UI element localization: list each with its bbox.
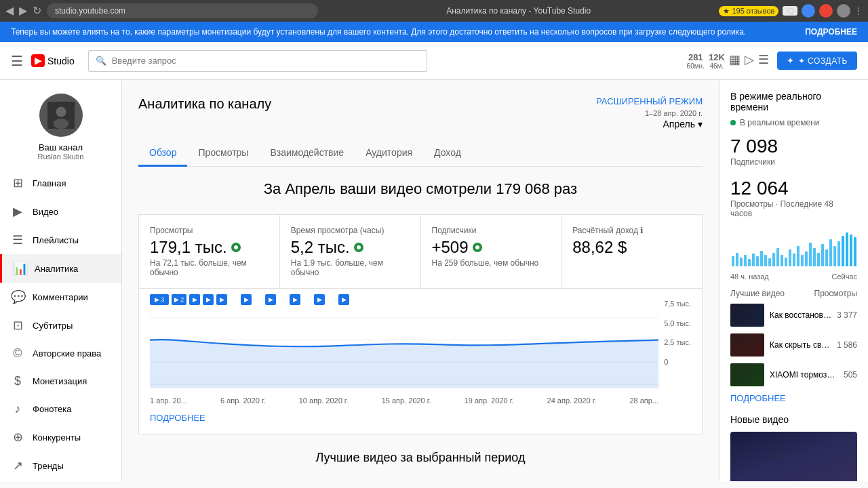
video-marker-5[interactable]: ▶ (216, 294, 227, 305)
svg-rect-10 (744, 255, 747, 266)
section-title: Лучшие видео за выбранный период (138, 451, 703, 465)
sidebar-label-trends: Тренды (33, 461, 64, 471)
watchtime-green-dot (354, 243, 363, 252)
date-select-dropdown[interactable]: Апрель ▾ (663, 119, 703, 129)
page-header: Аналитика по каналу РАСШИРЕННЫЙ РЕЖИМ 1–… (138, 96, 703, 129)
ext-icon-2[interactable] (802, 4, 815, 18)
ext-icon-4[interactable] (837, 4, 850, 18)
sidebar-item-playlists[interactable]: ☰ Плейлисты (0, 226, 121, 254)
sidebar-item-audio[interactable]: ♪ Фонотека (0, 395, 121, 423)
create-label: ✦ СОЗДАТЬ (798, 56, 848, 66)
sidebar-item-home[interactable]: ⊞ Главная (0, 169, 121, 197)
tab-interaction[interactable]: Взаимодействие (259, 140, 355, 167)
logo: ▶ Studio (31, 54, 75, 67)
monetization-icon: $ (11, 374, 24, 388)
video-marker-4[interactable]: ▶ (203, 294, 214, 305)
tab-revenue[interactable]: Доход (423, 140, 472, 167)
stat-281-num: 281 (687, 52, 705, 62)
sidebar-item-trends[interactable]: ↗ Тренды (0, 451, 121, 480)
icon-list-view[interactable]: ▦ (729, 52, 741, 70)
avatar[interactable] (39, 94, 83, 137)
create-button[interactable]: ✦ ✦ СОЗДАТЬ (777, 52, 857, 70)
svg-rect-37 (854, 237, 856, 266)
url-text: studio.youtube.com (55, 6, 125, 16)
ext-icon-1[interactable]: IQ (783, 6, 797, 16)
icon-menu-mode[interactable]: ☰ (758, 52, 769, 70)
stat-watchtime-change: На 1,9 тыс. больше, чем обычно (291, 258, 410, 277)
right-panel-more-link[interactable]: ПОДРОБНЕЕ (730, 393, 857, 403)
stat-subs-num: +509 (432, 238, 469, 257)
advanced-mode-button[interactable]: РАСШИРЕННЫЙ РЕЖИМ (596, 96, 703, 106)
playlists-icon: ☰ (11, 232, 24, 247)
new-videos-title: Новые видео (730, 414, 857, 425)
tab-views[interactable]: Просмотры (187, 140, 259, 167)
video-marker-7[interactable]: ▶ (265, 294, 276, 305)
svg-rect-17 (772, 253, 775, 266)
video-marker-6[interactable]: ▶ (241, 294, 252, 305)
back-button[interactable]: ◀ (5, 5, 14, 16)
search-bar[interactable]: 🔍 (88, 50, 427, 72)
avatar-image (47, 102, 75, 129)
views-green-dot (231, 243, 241, 252)
search-input[interactable] (112, 56, 420, 66)
top-video-item-1[interactable]: Как восстановить паро... 3 377 (730, 304, 857, 327)
svg-rect-13 (756, 256, 759, 266)
sidebar-item-comments[interactable]: 💬 Комментарии (0, 283, 121, 311)
tab-audience[interactable]: Аудитория (355, 140, 423, 167)
url-bar[interactable]: studio.youtube.com (47, 3, 318, 18)
audio-icon: ♪ (11, 402, 24, 416)
svg-rect-28 (817, 253, 820, 266)
x-label-3: 10 апр. 2020 г. (299, 396, 349, 405)
video-thumb-3 (730, 363, 764, 386)
sidebar-item-subtitles[interactable]: ⊡ Субтитры (0, 311, 121, 340)
stat-281-sub: 60мн. (687, 62, 705, 70)
icon-play-mode[interactable]: ▷ (745, 52, 754, 70)
refresh-button[interactable]: ↻ (33, 5, 41, 16)
stat-card-subscribers: Подписчики +509 На 259 больше, чем обычн… (421, 215, 562, 288)
sidebar-item-settings[interactable]: ⚙ Настройки (0, 480, 121, 481)
chart-headline: За Апрель ваши видео смотрели 179 068 ра… (138, 180, 703, 198)
video-marker-2[interactable]: ▶ 2 (172, 294, 186, 305)
mini-chart-labels: 48 ч. назад Сейчас (730, 272, 857, 281)
sidebar-item-monetization[interactable]: $ Монетизация (0, 367, 121, 395)
review-badge: ★ 195 отзывов (719, 6, 778, 16)
stat-revenue-label: Расчётный доход ℹ (572, 226, 691, 235)
chart-more-link[interactable]: ПОДРОБНЕЕ (150, 413, 205, 423)
top-video-item-3[interactable]: XIAOMI тормозит после о... 505 (730, 363, 857, 386)
comments-icon: 💬 (11, 289, 24, 304)
stat-watchtime-value: 5,2 тыс. (291, 238, 410, 257)
forward-button[interactable]: ▶ (19, 5, 27, 16)
video-info-3: XIAOMI тормозит после о... (770, 370, 838, 380)
svg-rect-27 (813, 248, 816, 266)
svg-rect-30 (825, 249, 828, 266)
video-icon: ▶ (11, 204, 24, 219)
top-video-item-2[interactable]: Как скрыть своих друзе... 1 586 (730, 333, 857, 357)
stat-views-change: На 72,1 тыс. больше, чем обычно (150, 258, 269, 277)
tab-overview[interactable]: Обзор (138, 140, 187, 167)
stat-revenue-value: 88,62 $ (572, 238, 691, 257)
hamburger-button[interactable]: ☰ (11, 53, 23, 69)
sidebar-item-video[interactable]: ▶ Видео (0, 197, 121, 226)
stat-views-label: Просмотры (150, 226, 269, 235)
sidebar-item-analytics[interactable]: 📊 Аналитика (0, 254, 121, 283)
video-marker-1[interactable]: ▶ 3 (150, 294, 169, 305)
svg-rect-34 (842, 236, 844, 266)
ext-more-icon[interactable]: ⋮ (854, 6, 863, 16)
video-marker-9[interactable]: ▶ (314, 294, 325, 305)
new-video-thumbnail[interactable]: Бритва Deonica 6 лезвий ТОП за свои... (730, 432, 857, 481)
svg-rect-21 (789, 249, 791, 266)
video-marker-10[interactable]: ▶ (338, 294, 349, 305)
stat-12k-sub: 46м. (709, 62, 725, 70)
svg-rect-33 (837, 241, 840, 266)
notification-more-link[interactable]: ПОДРОБНЕЕ (805, 27, 857, 37)
svg-rect-19 (781, 255, 783, 266)
ext-icon-3[interactable] (819, 4, 833, 18)
sidebar-label-monetization: Монетизация (33, 376, 87, 386)
sidebar-item-copyright[interactable]: © Авторские права (0, 340, 121, 367)
page-title: Аналитика по каналу (138, 96, 271, 112)
video-marker-3[interactable]: ▶ (189, 294, 200, 305)
sidebar-item-competitors[interactable]: ⊕ Конкуренты (0, 423, 121, 451)
video-marker-8[interactable]: ▶ (290, 294, 300, 305)
video-info-1: Как восстановить паро... (770, 310, 831, 320)
trends-icon: ↗ (11, 458, 24, 473)
